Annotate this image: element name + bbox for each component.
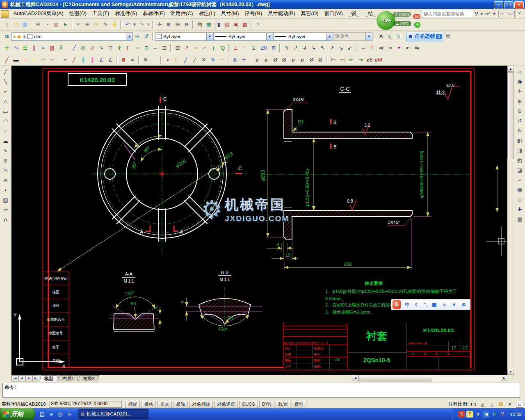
search-dropdown-icon[interactable]: ▾ <box>479 11 484 16</box>
mdi-minimize-button[interactable]: ─ <box>498 11 506 17</box>
lineweight-combo[interactable]: ByLayer ▼ <box>273 32 333 41</box>
markup-icon[interactable]: ▧ <box>222 20 231 29</box>
slot-icon[interactable]: ○ <box>133 43 142 52</box>
view-front-icon[interactable]: ◨ <box>515 146 524 155</box>
design-center-icon[interactable]: ▤ <box>195 20 204 29</box>
undo-list-icon[interactable]: ▾ <box>132 20 137 29</box>
sogou-mode-icon[interactable]: 中 <box>402 300 412 309</box>
paste-icon[interactable]: ⊡ <box>92 20 101 29</box>
cross-out-icon[interactable]: ✕ <box>199 55 208 64</box>
sogou-person-icon[interactable]: ☻ <box>439 300 449 309</box>
cut-icon[interactable]: ✂ <box>74 20 83 29</box>
vertical-scroll-thumb[interactable] <box>507 72 514 159</box>
wipeout-icon[interactable]: ◇ <box>88 43 97 52</box>
arc-clip-icon[interactable]: ( <box>209 43 218 52</box>
tray-network-icon[interactable]: ⇅ <box>491 411 498 418</box>
block-editor-icon[interactable]: ⚡ <box>110 20 119 29</box>
menu-item[interactable]: 标注(L) <box>196 9 218 18</box>
match-properties-icon[interactable]: ✎ <box>101 20 110 29</box>
mdi-close-button[interactable]: ✕ <box>516 11 523 17</box>
plotter-config-icon[interactable]: ⎗ <box>386 32 395 41</box>
close-button[interactable]: ✕ <box>514 1 524 9</box>
dim-stack-icon[interactable]: ⇉ <box>377 43 386 52</box>
tray-updown-icon[interactable]: ⇵ <box>475 411 481 418</box>
help-search-input[interactable] <box>422 10 473 18</box>
view-wire-icon[interactable]: ◇ <box>515 195 524 204</box>
horizontal-scroll-thumb[interactable] <box>358 375 432 381</box>
draw-region-icon[interactable]: ▱ <box>1 205 10 215</box>
datum-point-icon[interactable]: ▽ <box>106 43 115 52</box>
ordinate-icon[interactable]: ⊥ <box>231 43 240 52</box>
view-rotate-right-icon[interactable]: ↻ <box>515 126 524 135</box>
align-icon[interactable]: ⊟ <box>173 43 182 52</box>
parallel-pair-icon[interactable]: ∥ <box>79 55 88 64</box>
dia-2-icon[interactable]: ø <box>262 55 271 64</box>
tool-palettes-icon[interactable]: ▦ <box>204 20 213 29</box>
view-zoom-out-icon[interactable]: ⊖ <box>515 107 524 116</box>
target-circle-icon[interactable]: ◎ <box>231 55 240 64</box>
quick-launch-desktop-icon[interactable]: ▤ <box>38 410 47 419</box>
angle-dark-icon[interactable]: ∠ <box>106 55 115 64</box>
quick-launch-sogou-icon[interactable]: ◎ <box>56 410 65 419</box>
command-input[interactable]: 命令: <box>2 383 520 398</box>
dots-icon[interactable]: ⋯ <box>217 55 226 64</box>
view-cube-icon[interactable]: ⌂ <box>515 67 524 76</box>
leader-arrow-icon[interactable]: ↗ <box>182 43 191 52</box>
cross-icon[interactable]: ✛ <box>115 43 124 52</box>
scroll-right-icon[interactable]: ▶ <box>501 375 507 381</box>
link-blue-icon[interactable]: ╱ <box>181 55 190 64</box>
magnify-icon[interactable]: Q <box>218 43 227 52</box>
dia-dim-icon[interactable]: ø8 <box>365 55 374 64</box>
view-pan-icon[interactable]: ✛ <box>515 87 524 96</box>
menu-item[interactable]: _钢_ <box>346 9 362 18</box>
menu-item[interactable]: 尺寸(M) <box>218 9 242 18</box>
column-grid-icon[interactable]: ⊓ <box>142 43 151 52</box>
sogou-punct-icon[interactable]: °, <box>422 300 429 309</box>
dim-h-icon[interactable]: ⊢ <box>329 55 338 64</box>
dim-limits-icon[interactable]: ⇤ <box>404 43 413 52</box>
chamfer-2-icon[interactable]: ↙ <box>345 43 354 52</box>
reference-icon[interactable]: ▣ <box>231 20 240 29</box>
dia-1-icon[interactable]: ø <box>253 55 262 64</box>
print-preview-icon[interactable]: ◔ <box>43 20 52 29</box>
viewport-icon[interactable]: ⊡ <box>160 43 169 52</box>
cross-blue-icon[interactable]: ✕ <box>208 55 217 64</box>
dia-8-icon[interactable]: Ø <box>316 55 325 64</box>
zoom-realtime-icon[interactable]: ⊕ <box>164 20 173 29</box>
communication-center-icon[interactable]: ☍ <box>484 11 491 16</box>
menu-item[interactable]: 窗口(W) <box>322 9 346 18</box>
view-iso-icon[interactable]: ◒ <box>515 176 524 185</box>
sogou-skin-icon[interactable]: ▼ <box>449 300 459 309</box>
draw-arc-icon[interactable]: ◠ <box>1 117 10 126</box>
vertical-scrollbar[interactable]: ▲ ▼ <box>507 66 514 375</box>
draw-spline-icon[interactable]: ∿ <box>1 146 10 155</box>
z0-icon[interactable]: Z0 <box>258 43 269 52</box>
tray-input-help-icon[interactable]: ? <box>466 411 473 418</box>
asterisk-icon[interactable]: ✳ <box>141 55 150 64</box>
thin-line-icon[interactable]: ╱ <box>2 55 11 64</box>
revision-cloud-icon[interactable]: ∿ <box>97 43 106 52</box>
fillet-2-icon[interactable]: ↗ <box>327 43 336 52</box>
draw-circle-icon[interactable]: ○ <box>1 127 10 136</box>
draw-hatch-icon[interactable]: ▨ <box>1 196 10 205</box>
print-icon[interactable]: ⊟ <box>34 20 43 29</box>
redo-list-icon[interactable]: ▾ <box>146 20 151 29</box>
view-right-icon[interactable]: ◪ <box>515 166 524 175</box>
linetype-combo-arrow-icon[interactable]: ▼ <box>266 33 273 40</box>
tab-nav-button[interactable]: ▶| <box>32 375 39 381</box>
menu-item[interactable]: 工具(T) <box>89 9 112 18</box>
minimize-button[interactable]: ─ <box>494 1 503 9</box>
copy-icon[interactable]: ⊞ <box>83 20 92 29</box>
status-toggle-button[interactable]: DYN <box>259 401 274 408</box>
status-toggle-button[interactable]: 栅格 <box>141 401 156 408</box>
cyan-dot-line-icon[interactable]: ┄ <box>48 55 57 64</box>
view-top-icon[interactable]: ◧ <box>515 136 524 145</box>
view-orbit-icon[interactable]: ◉ <box>515 77 524 86</box>
well-symbol-icon[interactable]: ⊼ <box>57 43 66 52</box>
dash-icon[interactable]: — <box>150 55 159 64</box>
clean-screen-button[interactable]: ▢ <box>516 401 523 408</box>
link-green-icon[interactable]: ╱ <box>190 55 199 64</box>
horizontal-scrollbar[interactable]: ◀ ▶ <box>352 375 507 381</box>
status-toggle-button[interactable]: DUCS <box>239 401 258 408</box>
menu-item[interactable]: 标准件(S) <box>112 9 140 18</box>
